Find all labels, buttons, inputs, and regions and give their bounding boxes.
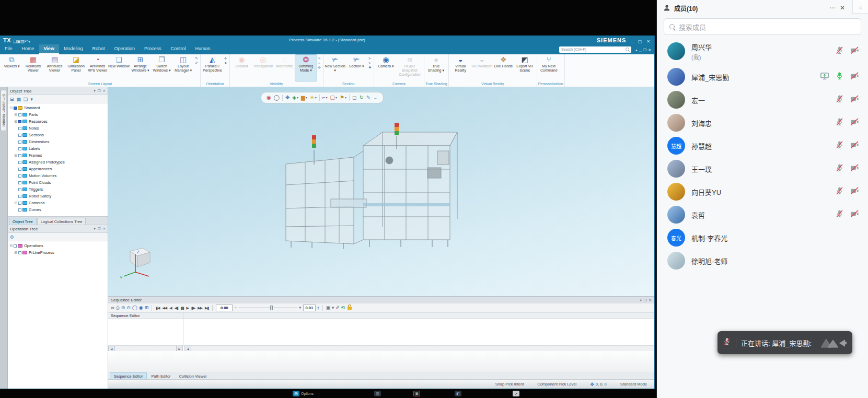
visibility-checkbox[interactable] (18, 195, 21, 198)
mic-muted-icon[interactable] (835, 141, 844, 151)
step-spinner[interactable]: ▲▼ (317, 306, 319, 310)
time-slider[interactable] (239, 306, 297, 310)
pick-tools-icon[interactable]: ⚑▾ (340, 95, 346, 100)
ribbon-button-artiminds-rps-viewer[interactable]: ◔ArtiMinds RPS Viewer (87, 55, 108, 81)
menu-tab-file[interactable]: File (0, 44, 17, 54)
status-standard-mode[interactable]: Standard Mode (620, 382, 647, 387)
visibility-checkbox[interactable] (18, 251, 21, 254)
cam-muted-icon[interactable] (850, 95, 860, 106)
expand-icon[interactable]: ⊞ (14, 154, 18, 158)
mic-muted-icon[interactable] (835, 163, 844, 174)
link-icon[interactable]: ∞ (111, 306, 114, 310)
ribbon-button-switch-windows[interactable]: ❐Switch Windows ▾ (151, 55, 172, 81)
panel-menu-icon[interactable]: ▾ (94, 89, 95, 93)
member-row-机制-李春光[interactable]: 春光机制-李春光 (657, 226, 868, 249)
sequence-gantt-area[interactable] (108, 319, 654, 345)
expand-icon[interactable]: ⊞ (14, 251, 18, 255)
child-close-button[interactable]: ✕ (648, 48, 651, 52)
cam-muted-icon[interactable] (850, 46, 860, 57)
collapse-all-icon[interactable]: ⊟ (10, 97, 14, 102)
display-solid-icon[interactable]: ▆▾ (301, 95, 307, 100)
tab-object-tree[interactable]: Object Tree (9, 218, 37, 225)
panel-close-icon[interactable]: ✕ (103, 89, 106, 93)
ribbon-button-virtual-reality[interactable]: ◒Virtual Reality (450, 55, 471, 81)
visibility-checkbox[interactable] (18, 154, 21, 157)
tree-item-robot-safety[interactable]: Robot Safety (8, 193, 108, 200)
ribbon-button-new-section[interactable]: ✃New Section ▾ (325, 55, 346, 81)
minimize-button[interactable]: – (631, 39, 633, 44)
stop-share-button[interactable]: ▣ (413, 390, 420, 397)
ribbon-button-attributes-viewer[interactable]: ▤Attributes Viewer (44, 55, 65, 81)
tree-options-icon[interactable]: ✣ (10, 235, 14, 240)
member-row-袁哲[interactable]: 袁哲 (657, 203, 868, 226)
ribbon-button-relations-viewer[interactable]: ▦Relations Viewer (22, 55, 44, 81)
edit-intervals-icon[interactable]: ✐ (335, 306, 340, 310)
zoom-fit-icon[interactable]: ◉ (139, 306, 143, 310)
zoom-dynamic-icon[interactable]: ◉ (267, 95, 271, 100)
meeting-control-icon[interactable]: ◧ (455, 390, 461, 397)
zoom-in-icon[interactable]: ⊕ (121, 306, 125, 310)
reaction-icons[interactable] (819, 336, 847, 349)
mic-muted-icon[interactable] (835, 46, 844, 57)
graphic-viewport[interactable]: Z Y ◉◯✥◈▾▆▾☀▾⌐▾▢▾⚑▾◻↻✎⌄ (108, 87, 654, 296)
ribbon-button-arrange-windows[interactable]: ⊞Arrange Windows ▾ (130, 55, 151, 81)
filter-icon[interactable]: ❏ (24, 97, 28, 102)
ribbon-button-parallel-perspective[interactable]: ◭Parallel / Perspective (202, 55, 223, 81)
ribbon-small-icon[interactable]: ✐ (195, 61, 198, 65)
slider-decrease-icon[interactable]: − (234, 306, 237, 310)
cam-muted-icon[interactable] (850, 72, 860, 83)
child-minimize-button[interactable]: ▁ (639, 48, 641, 52)
member-row-宏一[interactable]: 宏一 (657, 88, 868, 111)
screenshot-icon[interactable]: ▣ ▾ (326, 306, 334, 310)
section-box-icon[interactable]: ▢▾ (330, 95, 337, 100)
tree-item-prlineprocess[interactable]: ⊞PrLineProcess (8, 249, 108, 256)
member-search-input[interactable]: 搜索成员 (664, 18, 861, 35)
cam-muted-icon[interactable] (850, 163, 860, 174)
member-row-刘海忠[interactable]: 刘海忠 (657, 111, 868, 134)
close-button[interactable]: ✕ (646, 39, 650, 44)
mic-muted-icon[interactable] (835, 209, 844, 220)
mic-muted-icon[interactable] (835, 186, 844, 197)
tree-item-operations[interactable]: ⊟Operations (8, 242, 108, 249)
panel-menu-icon[interactable]: ▾ (640, 298, 641, 302)
meeting-control-icon[interactable]: ▥ (374, 390, 381, 397)
visibility-checkbox[interactable] (18, 208, 21, 212)
maximize-button[interactable]: ▢ (638, 39, 642, 44)
view-mode-icon[interactable]: ▦ (17, 97, 21, 102)
menu-tab-human[interactable]: Human (191, 44, 215, 54)
member-row-向日葵yu[interactable]: 向日葵YU (657, 180, 868, 203)
tree-item-point-clouds[interactable]: Point Clouds (8, 179, 108, 186)
menu-tab-home[interactable]: Home (17, 44, 39, 54)
ribbon-collapse-button[interactable]: ▴ (635, 48, 638, 52)
step-forward-button[interactable]: ▮▶ (191, 306, 195, 310)
screen-share-icon[interactable] (820, 72, 829, 83)
more-caret-icon[interactable]: ▾ (30, 97, 33, 102)
member-row-周兴华[interactable]: 周兴华(我) (657, 37, 868, 65)
panel-pin-icon[interactable]: ❐ (644, 298, 647, 302)
ribbon-button-new-window[interactable]: ❏New Window (108, 55, 130, 81)
tab-logical-collections-tree[interactable]: Logical Collections Tree (37, 218, 86, 225)
expand-icon[interactable]: ⊞ (14, 113, 18, 117)
tree-item-standard[interactable]: ⊟Standard (8, 104, 108, 111)
visibility-checkbox[interactable] (18, 161, 21, 164)
more-options-icon[interactable]: ⋯ (829, 5, 836, 11)
close-panel-icon[interactable]: ✕ (840, 5, 845, 11)
status-component-pick-level[interactable]: Component Pick Level (537, 382, 576, 387)
ribbon-small-icon[interactable]: ≻ (368, 61, 372, 65)
print-icon[interactable]: ⎙ (115, 306, 119, 310)
navigation-cube[interactable]: Z Y (119, 246, 157, 280)
pause-button[interactable]: ▮▮ (180, 306, 184, 310)
view-orientation-icon[interactable]: ◈▾ (292, 95, 298, 100)
ribbon-button-section[interactable]: ✃Section ▾ (346, 55, 367, 81)
expand-tree-icon[interactable]: ⊞ (145, 306, 149, 310)
ribbon-small-icon[interactable]: ✑ (318, 56, 321, 60)
visibility-checkbox[interactable] (14, 107, 17, 110)
measure-icon[interactable]: ⌐▾ (322, 95, 328, 100)
status-0-0-0[interactable]: ✥0, 0, 0 (590, 382, 606, 387)
expand-icon[interactable]: ⊟ (9, 244, 14, 248)
tab-sequence-editor[interactable]: Sequence Editor (110, 373, 146, 379)
menu-tab-control[interactable]: Control (166, 44, 191, 54)
panel-pin-icon[interactable]: ❐ (98, 227, 101, 231)
tree-item-cameras[interactable]: ⊞Cameras (8, 200, 108, 206)
slider-increase-icon[interactable]: + (299, 306, 302, 310)
